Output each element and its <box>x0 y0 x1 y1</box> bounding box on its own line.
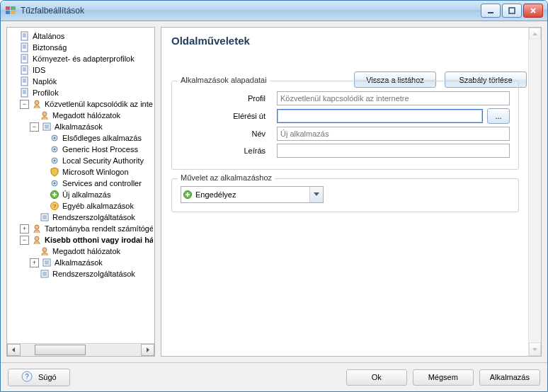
close-button[interactable] <box>523 4 543 18</box>
add-icon <box>49 189 60 200</box>
gear-icon <box>49 178 60 189</box>
chevron-down-icon <box>309 187 323 202</box>
cancel-button[interactable]: Mégsem <box>413 369 474 386</box>
svg-point-27 <box>35 225 39 229</box>
svg-rect-9 <box>21 66 28 74</box>
expand-icon[interactable]: + <box>20 224 29 234</box>
profile-field <box>277 91 510 105</box>
svg-rect-3 <box>11 11 16 14</box>
tree-item-direct-sys[interactable]: Rendszerszolgáltatások <box>8 212 154 223</box>
group-basic-data: Alkalmazások alapadatai Profil Elérési ú… <box>171 81 519 170</box>
list-icon <box>39 268 50 279</box>
svg-point-16 <box>54 137 56 139</box>
svg-rect-8 <box>21 54 28 63</box>
apply-button[interactable]: Alkalmazás <box>479 369 540 386</box>
svg-text:?: ? <box>25 373 29 381</box>
svg-rect-4 <box>488 12 493 13</box>
tree-item-direct-networks[interactable]: Megadott hálózatok <box>8 110 154 121</box>
collapse-icon[interactable]: − <box>20 100 29 109</box>
browse-button[interactable]: ... <box>487 108 510 124</box>
group-action: Művelet az alkalmazáshoz Engedélyez <box>171 178 519 212</box>
tree-item-soho-sys[interactable]: Rendszerszolgáltatások <box>8 268 154 279</box>
firewall-icon <box>5 5 16 16</box>
name-field[interactable] <box>277 127 510 141</box>
tree-item-app-primary[interactable]: Elsődleges alkalmazás <box>8 132 154 144</box>
detail-panel: Oldalműveletek Vissza a listához Szabály… <box>161 27 542 357</box>
page-icon <box>19 53 30 64</box>
svg-point-29 <box>42 248 47 252</box>
expand-icon[interactable]: + <box>30 258 39 267</box>
minimize-button[interactable] <box>481 4 501 18</box>
gear-icon <box>49 144 60 155</box>
list-icon <box>41 121 52 132</box>
svg-point-13 <box>42 112 47 116</box>
user-icon <box>31 223 42 234</box>
scroll-right-icon[interactable] <box>141 344 154 356</box>
collapse-icon[interactable]: − <box>20 236 29 245</box>
desc-label: Leírás <box>181 146 277 155</box>
path-label: Elérési út <box>181 112 277 120</box>
scroll-thumb[interactable] <box>35 345 86 355</box>
page-icon <box>19 76 30 87</box>
window-title: Tűzfalbeállítások <box>21 6 481 16</box>
svg-point-12 <box>35 100 39 105</box>
svg-point-22 <box>54 183 56 185</box>
tree-item-app-winlogon[interactable]: Microsoft Winlogon <box>8 166 154 178</box>
help-icon: ? <box>21 371 33 384</box>
action-select-label: Engedélyez <box>194 190 309 199</box>
help-label: Súgó <box>38 373 57 381</box>
help-button[interactable]: ? Súgó <box>8 369 70 386</box>
maximize-button[interactable] <box>502 4 522 18</box>
desc-field[interactable] <box>277 144 510 158</box>
tree-item-ids[interactable]: IDS <box>8 64 154 76</box>
tree-item-app-lsa[interactable]: Local Security Authority <box>8 155 154 166</box>
scroll-left-icon[interactable] <box>7 344 21 356</box>
user-icon <box>31 98 42 110</box>
tree-item-app-ghp[interactable]: Generic Host Process <box>8 144 154 155</box>
client-area: Általános Biztonság Környezet- és adapte… <box>1 21 547 391</box>
tree-item-logs[interactable]: Naplók <box>8 76 154 87</box>
scroll-track[interactable] <box>21 345 141 355</box>
svg-point-28 <box>35 236 39 241</box>
svg-rect-2 <box>6 11 10 14</box>
list-icon <box>39 212 50 223</box>
shield-icon <box>49 166 60 178</box>
tree-item-profile-direct[interactable]: −Közvetlenül kapcsolódik az internetre <box>8 98 154 110</box>
page-icon <box>19 87 30 98</box>
page-icon <box>19 64 30 76</box>
collapse-icon[interactable]: − <box>30 122 39 132</box>
list-icon <box>41 257 52 268</box>
tree-item-soho-networks[interactable]: Megadott hálózatok <box>8 246 154 257</box>
group-basic-legend: Alkalmazások alapadatai <box>178 76 270 84</box>
page-title: Oldalműveletek <box>171 35 531 47</box>
tree-item-app-services[interactable]: Services and controller <box>8 178 154 189</box>
dialog-footer: ? Súgó Ok Mégsem Alkalmazás <box>1 362 547 391</box>
page-icon <box>19 30 30 42</box>
tree-item-general[interactable]: Általános <box>8 30 154 42</box>
svg-point-20 <box>54 160 56 162</box>
tree-item-security[interactable]: Biztonság <box>8 42 154 53</box>
titlebar: Tűzfalbeállítások <box>1 1 547 21</box>
window: Tűzfalbeállítások Általános Biztonság Kö… <box>0 0 548 392</box>
tree-item-soho-apps[interactable]: +Alkalmazások <box>8 257 154 268</box>
detail-vertical-scrollbar[interactable] <box>528 28 541 356</box>
tree-item-profile-domain[interactable]: +Tartományba rendelt számítógép <box>8 223 154 234</box>
navigation-tree-panel: Általános Biztonság Környezet- és adapte… <box>6 27 155 357</box>
scroll-track[interactable] <box>529 40 541 344</box>
path-field[interactable] <box>277 109 483 123</box>
action-select[interactable]: Engedélyez <box>181 186 324 203</box>
tree-item-env-adapter[interactable]: Környezet- és adapterprofilok <box>8 53 154 64</box>
tree-horizontal-scrollbar[interactable] <box>7 343 154 356</box>
scroll-down-icon[interactable] <box>529 342 541 356</box>
tree-item-profile-soho[interactable]: −Kisebb otthoni vagy irodai hálózat <box>8 234 154 246</box>
svg-point-18 <box>54 149 56 151</box>
question-icon: ? <box>49 200 60 212</box>
svg-rect-10 <box>21 77 28 86</box>
tree-item-app-other[interactable]: ?Egyéb alkalmazások <box>8 200 154 212</box>
user-icon <box>39 246 50 257</box>
navigation-tree[interactable]: Általános Biztonság Környezet- és adapte… <box>7 28 154 343</box>
tree-item-app-new[interactable]: Új alkalmazás <box>8 189 154 200</box>
tree-item-profiles[interactable]: Profilok <box>8 87 154 98</box>
ok-button[interactable]: Ok <box>346 369 407 386</box>
tree-item-direct-apps[interactable]: −Alkalmazások <box>8 121 154 132</box>
